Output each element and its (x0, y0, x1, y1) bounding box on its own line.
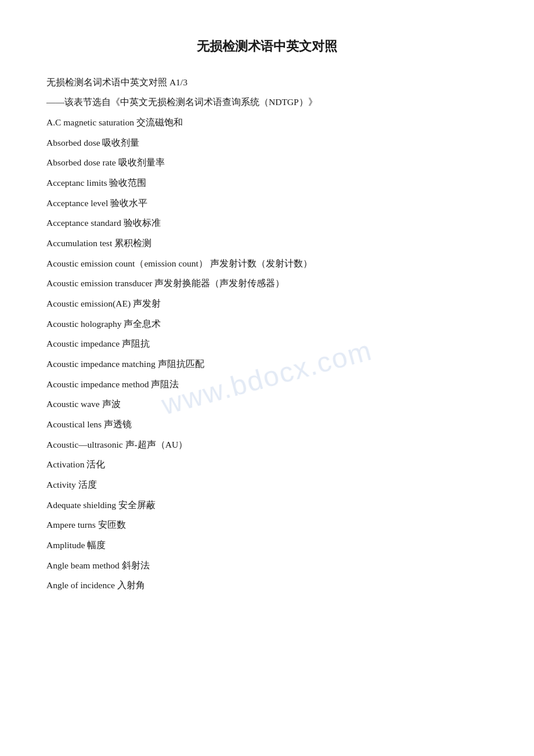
page-title: 无损检测术语中英文对照 (46, 35, 488, 58)
content-line: Acoustic—ultrasonic 声-超声（AU） (46, 437, 488, 453)
content-line: Acoustic emission(AE) 声发射 (46, 296, 488, 312)
content-line: ——该表节选自《中英文无损检测名词术语查询系统（NDTGP）》 (46, 94, 488, 111)
content-line: Angle beam method 斜射法 (46, 557, 488, 574)
content-line: Ampere turns 安匝数 (46, 517, 488, 534)
content-line: Accumulation test 累积检测 (46, 235, 488, 252)
content-line: Activation 活化 (46, 456, 488, 473)
content-line: Acceptance level 验收水平 (46, 195, 488, 212)
content-line: Adequate shielding 安全屏蔽 (46, 497, 488, 514)
content-line: Acoustic emission transducer 声发射换能器（声发射传… (46, 275, 488, 292)
content-line: Acceptanc limits 验收范围 (46, 175, 488, 192)
content-line: Acoustic holography 声全息术 (46, 316, 488, 333)
content-line: A.C magnetic saturation 交流磁饱和 (46, 114, 488, 131)
content-line: Absorbed dose 吸收剂量 (46, 135, 488, 152)
content-line: Acceptance standard 验收标准 (46, 215, 488, 232)
content-line: Acoustic impedance matching 声阻抗匹配 (46, 356, 488, 373)
content-line: Activity 活度 (46, 477, 488, 494)
content-line: Acoustic wave 声波 (46, 396, 488, 413)
content-line: Acoustic emission count（emission count） … (46, 255, 488, 272)
content-line: 无损检测名词术语中英文对照 A1/3 (46, 74, 488, 91)
content-line: Acoustic impedance 声阻抗 (46, 336, 488, 352)
content-line: Angle of incidence 入射角 (46, 577, 488, 594)
content-line: Acoustical lens 声透镜 (46, 416, 488, 433)
content-line: Amplitude 幅度 (46, 537, 488, 554)
content-line: Absorbed dose rate 吸收剂量率 (46, 154, 488, 171)
content-line: Acoustic impedance method 声阻法 (46, 376, 488, 393)
content-container: 无损检测名词术语中英文对照 A1/3——该表节选自《中英文无损检测名词术语查询系… (46, 74, 488, 594)
